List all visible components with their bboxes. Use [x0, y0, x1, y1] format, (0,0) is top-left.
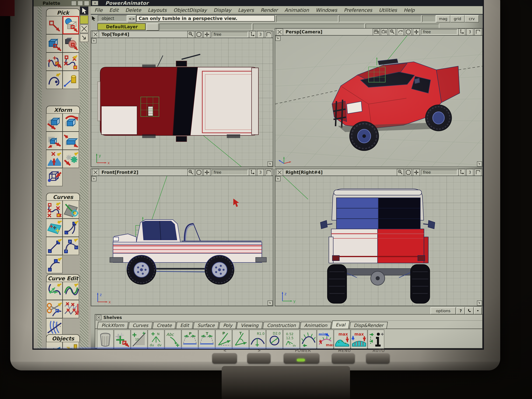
- sh-max-surface-tool[interactable]: max: [334, 329, 350, 348]
- monitor-button-nav[interactable]: [212, 353, 237, 363]
- viewport-persp-pane-button[interactable]: 3: [466, 28, 473, 35]
- viewport-top-close-icon[interactable]: [92, 31, 99, 38]
- crv-blend-tool[interactable]: [63, 219, 79, 237]
- monitor-button-menu[interactable]: [332, 353, 355, 363]
- sh-diameter-tool[interactable]: D2.0: [266, 329, 283, 348]
- sh-span-p-tool[interactable]: P: [182, 329, 198, 348]
- layer-bar-1[interactable]: [159, 24, 252, 30]
- palette-section-curves[interactable]: Curves: [46, 193, 80, 201]
- current-tool-pointer-icon[interactable]: [80, 6, 88, 15]
- sh-comb-tool[interactable]: [300, 329, 317, 348]
- pick-curve-tool[interactable]: [46, 71, 63, 89]
- window-menu-icon[interactable]: ≡: [92, 1, 98, 5]
- ce-cut-tool[interactable]: [46, 300, 63, 318]
- viewport-top-camera-field[interactable]: free: [211, 32, 248, 37]
- viewport-persp-camera-field[interactable]: free: [421, 29, 457, 35]
- menu-windows[interactable]: Windows: [316, 7, 337, 13]
- viewport-front-swap-corner-icon[interactable]: [249, 169, 256, 176]
- sh-abc-tool[interactable]: Abc: [165, 329, 181, 348]
- palette-help-button[interactable]: [71, 1, 76, 6]
- viewport-top-canvas[interactable]: yx: [91, 38, 273, 167]
- menu-objectdisplay[interactable]: ObjectDisplay: [173, 7, 207, 13]
- truck-model-right-view[interactable]: zy: [275, 176, 482, 306]
- ce-smooth-tool[interactable]: [63, 282, 79, 300]
- menu-file[interactable]: File: [95, 7, 102, 13]
- vp-tumble-icon[interactable]: [397, 28, 404, 35]
- pick-point-tool[interactable]: [46, 52, 63, 71]
- viewport-persp-resize-icon-br[interactable]: [477, 161, 482, 166]
- viewport-right-camera-field[interactable]: free: [421, 170, 457, 175]
- sh-maxmin-surface-tool[interactable]: max: [351, 329, 367, 348]
- vp-camera-icon[interactable]: [373, 28, 380, 35]
- viewport-right-titlebar[interactable]: Right[Right#4]free3: [275, 169, 482, 176]
- prompt-field-4[interactable]: [422, 15, 436, 22]
- menu-display[interactable]: Display: [214, 7, 231, 13]
- shelf-tab-eval[interactable]: Eval: [331, 321, 350, 329]
- sh-radius-tool[interactable]: R1.0: [249, 329, 266, 348]
- sh-minmax-tool[interactable]: minmax: [317, 329, 334, 348]
- vp-octagon-icon[interactable]: [405, 169, 412, 176]
- viewport-top-titlebar[interactable]: Top[Top#4]free3: [91, 31, 273, 38]
- viewport-top-swap-corner-icon[interactable]: [249, 31, 256, 38]
- palette-collapse-button[interactable]: [78, 1, 83, 6]
- swap-mode-button[interactable]: <>: [127, 15, 136, 22]
- mag-button[interactable]: mag: [436, 15, 450, 22]
- shelf-tab-animation[interactable]: Animation: [300, 322, 332, 329]
- menu-layouts[interactable]: Layouts: [148, 7, 167, 13]
- viewport-persp-swap-corner-icon[interactable]: [458, 28, 465, 35]
- vp-zoom-icon[interactable]: [187, 169, 194, 176]
- viewport-persp-resize-icon[interactable]: [275, 36, 280, 41]
- viewport-top-resize-icon[interactable]: [91, 38, 96, 43]
- viewport-top-pane-button[interactable]: 3: [257, 31, 264, 38]
- sh-trash-tool[interactable]: [97, 329, 114, 348]
- shelf-tab-construction[interactable]: Construction: [262, 322, 300, 329]
- menu-layers[interactable]: Layers: [238, 7, 254, 13]
- shelves-close-icon[interactable]: [96, 315, 101, 320]
- palette-section-xform[interactable]: Xform: [46, 106, 80, 114]
- shelf-tab-disp-render[interactable]: Disp&Render: [349, 322, 388, 329]
- xf-move-tool[interactable]: [46, 113, 63, 132]
- pick-all-tool[interactable]: [63, 16, 79, 34]
- sh-span-t-tool[interactable]: T: [198, 329, 215, 348]
- xf-rotate-tool[interactable]: [63, 113, 79, 132]
- menu-utilities[interactable]: Utilities: [379, 7, 397, 13]
- options-button[interactable]: options: [431, 307, 456, 314]
- ce-stretch-tool[interactable]: [63, 300, 79, 318]
- palette-section-curve-edit[interactable]: Curve Edit: [46, 274, 80, 282]
- viewport-top-resize-icon-br[interactable]: [268, 161, 272, 166]
- crv-on-surface-tool[interactable]: [63, 200, 79, 219]
- grid-button[interactable]: grid: [450, 15, 465, 22]
- prompt-field-3[interactable]: [339, 15, 421, 22]
- menu-edit[interactable]: Edit: [109, 7, 119, 13]
- palette-section-objects[interactable]: Objects: [46, 334, 80, 342]
- viewport-front-close-icon[interactable]: [92, 169, 99, 176]
- xf-propmod-tool[interactable]: [63, 150, 79, 168]
- menu-help[interactable]: Help: [404, 7, 415, 13]
- truck-model-front-view[interactable]: zx: [91, 176, 273, 306]
- sh-locator-tool[interactable]: [114, 329, 131, 348]
- xf-scale-tool[interactable]: [46, 132, 63, 150]
- help-button[interactable]: ?: [456, 307, 465, 314]
- sh-info-tool[interactable]: [368, 329, 384, 348]
- menu-animation[interactable]: Animation: [284, 7, 309, 13]
- vp-pan-icon[interactable]: [203, 31, 210, 38]
- viewport-front-canvas[interactable]: zx: [91, 176, 273, 306]
- ce-tangent-tool[interactable]: [46, 282, 63, 300]
- sh-dudv-tool[interactable]: Ndudv: [148, 329, 164, 348]
- crv-arc-tool[interactable]: [63, 237, 79, 255]
- monitor-button-nav[interactable]: [247, 353, 271, 363]
- shelf-tab-surface[interactable]: Surface: [193, 322, 219, 329]
- pick-component-tool[interactable]: [63, 34, 79, 52]
- viewport-front-resize-icon[interactable]: [91, 176, 96, 181]
- shelf-tab-viewing[interactable]: Viewing: [236, 322, 263, 329]
- crv-button[interactable]: crv: [465, 15, 479, 22]
- sh-angle-p-tool[interactable]: P: [215, 329, 232, 348]
- active-color-swatch[interactable]: [80, 15, 88, 24]
- shelf-tab-pickxform[interactable]: PickXform: [97, 322, 129, 329]
- truck-model-persp-view[interactable]: [275, 36, 482, 167]
- resize-corner-icon[interactable]: [80, 33, 88, 42]
- app-titlebar[interactable]: ≡ PowerAnimator: [91, 0, 483, 6]
- palette-section-pick[interactable]: Pick: [46, 8, 80, 17]
- menu-preferences[interactable]: Preferences: [344, 7, 372, 13]
- vp-zoom-icon[interactable]: [397, 169, 404, 176]
